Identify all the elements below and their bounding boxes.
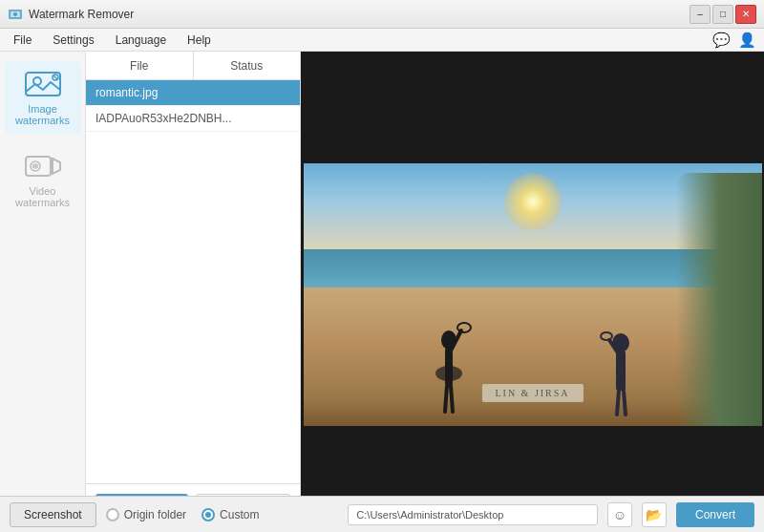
origin-folder-label: Origin folder — [124, 508, 186, 521]
svg-line-19 — [451, 386, 453, 412]
svg-point-2 — [13, 12, 17, 16]
minimize-button[interactable]: – — [690, 5, 711, 24]
menubar-right: 💬 👤 — [712, 32, 760, 49]
black-bar-bottom — [304, 426, 762, 459]
user-icon[interactable]: 👤 — [738, 32, 756, 49]
custom-radio[interactable] — [202, 508, 215, 521]
title-bar: Watermark Remover – □ ✕ — [0, 0, 764, 29]
title-bar-left: Watermark Remover — [8, 7, 134, 22]
video-watermarks-icon — [24, 151, 62, 181]
origin-folder-radio[interactable] — [106, 508, 119, 521]
main-layout: Image watermarks Video watermarks File S… — [0, 52, 764, 532]
sidebar-item-image-watermarks[interactable]: Image watermarks — [5, 61, 81, 134]
column-file: File — [86, 52, 194, 79]
watermark-overlay: LIN & JIRSA — [481, 384, 583, 402]
image-watermarks-icon — [24, 69, 62, 99]
image-preview: LIN & JIRSA — [304, 125, 762, 459]
menu-file[interactable]: File — [4, 32, 41, 49]
app-icon — [8, 7, 23, 22]
black-bar-top — [304, 125, 762, 163]
maximize-button[interactable]: □ — [712, 5, 733, 24]
convert-button[interactable]: Convert — [676, 502, 754, 527]
sun-glow — [504, 173, 562, 230]
custom-option[interactable]: Custom — [202, 508, 259, 521]
menu-help[interactable]: Help — [178, 32, 221, 49]
custom-label: Custom — [220, 508, 259, 521]
file-list-item[interactable]: romantic.jpg — [86, 80, 300, 106]
close-button[interactable]: ✕ — [735, 5, 756, 24]
person-left-silhouette — [428, 321, 476, 416]
file-list-item[interactable]: IADPAuoR53xHe2DNBH... — [86, 106, 300, 132]
menu-language[interactable]: Language — [106, 32, 176, 49]
preview-panel: LIN & JIRSA — [301, 52, 764, 532]
bottom-bar: Screenshot Origin folder Custom ☺ 📂 Conv… — [0, 496, 764, 532]
emoji-button[interactable]: ☺ — [607, 502, 632, 527]
output-path-input[interactable] — [348, 504, 598, 525]
title-bar-controls: – □ ✕ — [690, 5, 756, 24]
menu-bar: File Settings Language Help 💬 👤 — [0, 29, 764, 52]
column-status: Status — [194, 52, 301, 79]
svg-rect-7 — [26, 157, 51, 176]
sidebar: Image watermarks Video watermarks — [0, 52, 86, 532]
video-watermarks-label: Video watermarks — [12, 185, 74, 208]
svg-line-25 — [624, 391, 626, 415]
file-list-header: File Status — [86, 52, 300, 80]
chat-icon[interactable]: 💬 — [712, 32, 731, 49]
svg-point-17 — [457, 323, 471, 332]
origin-folder-option[interactable]: Origin folder — [106, 508, 186, 521]
folder-button[interactable]: 📂 — [642, 502, 667, 527]
preview-image-area: LIN & JIRSA — [301, 52, 764, 532]
svg-marker-8 — [53, 159, 60, 174]
svg-line-24 — [617, 391, 619, 415]
center-panel: File Status romantic.jpg IADPAuoR53xHe2D… — [86, 52, 301, 532]
svg-line-6 — [53, 75, 57, 79]
radio-group: Origin folder Custom — [106, 508, 339, 521]
folder-icon: 📂 — [646, 507, 662, 522]
svg-line-18 — [445, 386, 447, 412]
svg-point-23 — [601, 332, 612, 340]
svg-point-15 — [435, 366, 462, 381]
screenshot-button[interactable]: Screenshot — [10, 502, 96, 527]
file-list: romantic.jpg IADPAuoR53xHe2DNBH... — [86, 80, 300, 483]
emoji-icon: ☺ — [613, 507, 626, 522]
sidebar-item-video-watermarks[interactable]: Video watermarks — [5, 143, 81, 216]
menu-settings[interactable]: Settings — [43, 32, 103, 49]
cliff-layer — [676, 173, 762, 426]
image-watermarks-label: Image watermarks — [12, 103, 74, 126]
title-bar-title: Watermark Remover — [29, 8, 134, 21]
person-right-silhouette — [600, 326, 647, 416]
